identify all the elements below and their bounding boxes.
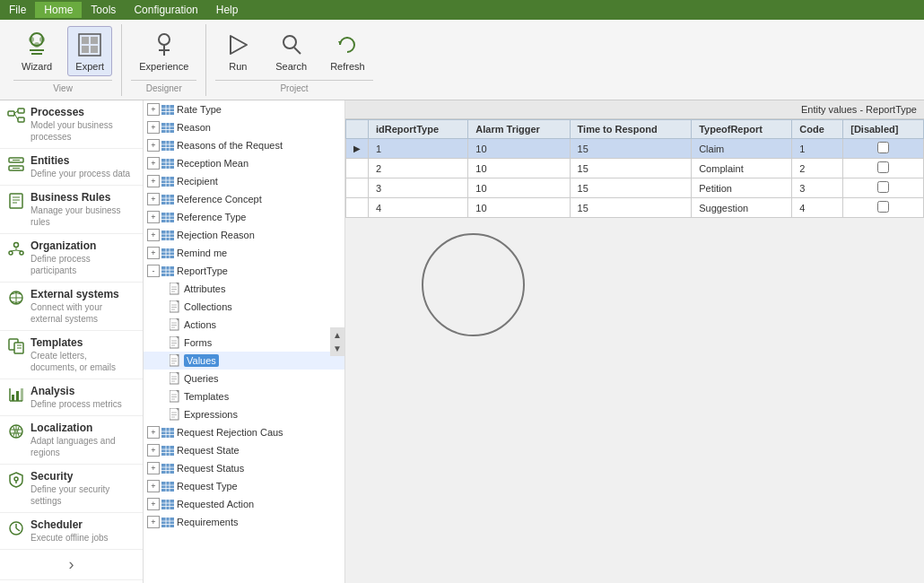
sidebar-item-security[interactable]: Security Define your security settings [0, 465, 143, 513]
menu-help[interactable]: Help [207, 2, 248, 18]
sidebar-item-external-systems[interactable]: External systems Connect with your exter… [0, 283, 143, 331]
col-time[interactable]: Time to Respond [570, 120, 692, 139]
organization-title: Organization [31, 239, 135, 252]
tree-node-requirements[interactable]: + Requirements [144, 513, 344, 531]
expand-request-state[interactable]: + [147, 444, 160, 457]
tree-node-queries[interactable]: Queries [144, 370, 344, 387]
tree-node-expressions[interactable]: Expressions [144, 405, 344, 423]
svg-rect-112 [170, 300, 179, 312]
tree-scroll-down[interactable]: ▼ [333, 344, 342, 353]
cell-disabled[interactable] [843, 178, 924, 198]
wizard-button[interactable]: Wizard [13, 26, 60, 76]
expand-request-type[interactable]: + [147, 480, 160, 492]
tree-node-actions[interactable]: Actions [144, 316, 344, 334]
table-container[interactable]: idReportType Alarm Trigger Time to Respo… [345, 119, 924, 583]
table-row[interactable]: 31015Petition3 [346, 178, 924, 198]
templates-node-label: Templates [184, 391, 229, 402]
external-systems-text: External systems Connect with your exter… [31, 288, 135, 325]
col-alarm[interactable]: Alarm Trigger [468, 120, 570, 139]
table-row[interactable]: 21015Complaint2 [346, 159, 924, 178]
sidebar-more[interactable]: › [0, 550, 143, 580]
tree-node-rejection-reason[interactable]: + Rejection Reason [144, 226, 344, 244]
expand-requirements[interactable]: + [147, 516, 160, 528]
organization-icon [7, 240, 25, 258]
expand-reasons[interactable]: + [147, 139, 160, 152]
expand-reference-concept[interactable]: + [147, 193, 160, 205]
col-id[interactable]: idReportType [369, 120, 468, 139]
tree-node-request-status[interactable]: + Request Status [144, 459, 344, 477]
tree-node-collections[interactable]: Collections [144, 298, 344, 316]
templates-text: Templates Create letters, documents, or … [31, 336, 135, 373]
tree-node-values[interactable]: Values [144, 352, 344, 370]
run-icon [223, 30, 252, 59]
search-button[interactable]: Search [267, 26, 315, 76]
expand-request-status[interactable]: + [147, 462, 160, 474]
recipient-label: Recipient [177, 176, 218, 187]
tree-node-request-type[interactable]: + Request Type [144, 477, 344, 495]
external-systems-title: External systems [31, 288, 135, 300]
tree-scroll-up[interactable]: ▲ [333, 330, 342, 340]
tree-node-reason[interactable]: + Reason [144, 118, 344, 136]
col-code[interactable]: Code [792, 120, 843, 139]
tree-node-request-rejection[interactable]: + Request Rejection Caus [144, 423, 344, 441]
table-row[interactable]: ▶11015Claim1 [346, 139, 924, 159]
tree-node-attributes[interactable]: Attributes [144, 280, 344, 298]
tree-node-forms[interactable]: Forms [144, 334, 344, 352]
menu-configuration[interactable]: Configuration [125, 2, 206, 18]
business-rules-sub: Manage your business rules [31, 204, 135, 228]
expand-report-type[interactable]: - [147, 265, 160, 277]
experience-label: Experience [139, 61, 188, 72]
cell-disabled[interactable] [843, 139, 924, 159]
expand-rate-type[interactable]: + [147, 103, 160, 116]
remind-me-label: Remind me [177, 248, 227, 258]
tree-node-remind-me[interactable]: + Remind me [144, 244, 344, 262]
expert-button[interactable]: Expert [67, 26, 112, 76]
experience-button[interactable]: Experience [131, 26, 196, 76]
disabled-checkbox[interactable] [877, 181, 889, 193]
menu-home[interactable]: Home [35, 2, 82, 18]
run-button[interactable]: Run [215, 26, 260, 76]
disabled-checkbox[interactable] [877, 142, 889, 153]
tree-node-reception-mean[interactable]: + Reception Mean [144, 154, 344, 172]
sidebar-item-processes[interactable]: Processes Model your business processes [0, 100, 143, 149]
tree-node-requested-action[interactable]: + Requested Action [144, 495, 344, 513]
sidebar-item-business-rules[interactable]: Business Rules Manage your business rule… [0, 186, 143, 234]
col-type[interactable]: TypeofReport [692, 120, 792, 139]
expand-request-rejection[interactable]: + [147, 426, 160, 439]
disabled-checkbox[interactable] [877, 161, 889, 173]
sidebar-item-organization[interactable]: Organization Define process participants [0, 234, 143, 283]
expand-rejection-reason[interactable]: + [147, 229, 160, 241]
sidebar-item-localization[interactable]: Localization Adapt languages and regions [0, 416, 143, 465]
menu-tools[interactable]: Tools [82, 2, 125, 18]
menu-file[interactable]: File [0, 2, 35, 18]
sidebar-item-entities[interactable]: Entities Define your process data [0, 149, 143, 186]
toolbar-section-project: Run Search Refresh [206, 24, 381, 96]
row-selector [346, 178, 369, 198]
expand-requested-action[interactable]: + [147, 498, 160, 510]
tree-node-reasons-of-request[interactable]: + Reasons of the Request [144, 136, 344, 154]
expand-reference-type[interactable]: + [147, 211, 160, 223]
tree-node-request-state[interactable]: + Request State [144, 441, 344, 459]
cell-disabled[interactable] [843, 198, 924, 218]
refresh-button[interactable]: Refresh [322, 26, 373, 76]
disabled-checkbox[interactable] [877, 201, 889, 213]
refresh-label: Refresh [330, 61, 365, 72]
sidebar-item-templates[interactable]: Templates Create letters, documents, or … [0, 331, 143, 379]
sidebar-item-analysis[interactable]: Analysis Define process metrics [0, 379, 143, 416]
expand-reception-mean[interactable]: + [147, 157, 160, 170]
sidebar-item-scheduler[interactable]: Scheduler Execute offline jobs [0, 513, 143, 550]
request-type-label: Request Type [177, 481, 238, 492]
view-section-label: View [13, 80, 112, 93]
tree-node-recipient[interactable]: + Recipient [144, 172, 344, 190]
cell-disabled[interactable] [843, 159, 924, 178]
expand-recipient[interactable]: + [147, 175, 160, 187]
col-disabled[interactable]: [Disabled] [843, 120, 924, 139]
tree-node-templates-node[interactable]: Templates [144, 387, 344, 405]
expand-remind-me[interactable]: + [147, 247, 160, 259]
tree-node-rate-type[interactable]: + Rate Type [144, 100, 344, 118]
table-row[interactable]: 41015Suggestion4 [346, 198, 924, 218]
expand-reason[interactable]: + [147, 121, 160, 134]
tree-node-report-type[interactable]: - ReportType [144, 262, 344, 280]
tree-node-reference-type[interactable]: + Reference Type [144, 208, 344, 226]
tree-node-reference-concept[interactable]: + Reference Concept [144, 190, 344, 208]
